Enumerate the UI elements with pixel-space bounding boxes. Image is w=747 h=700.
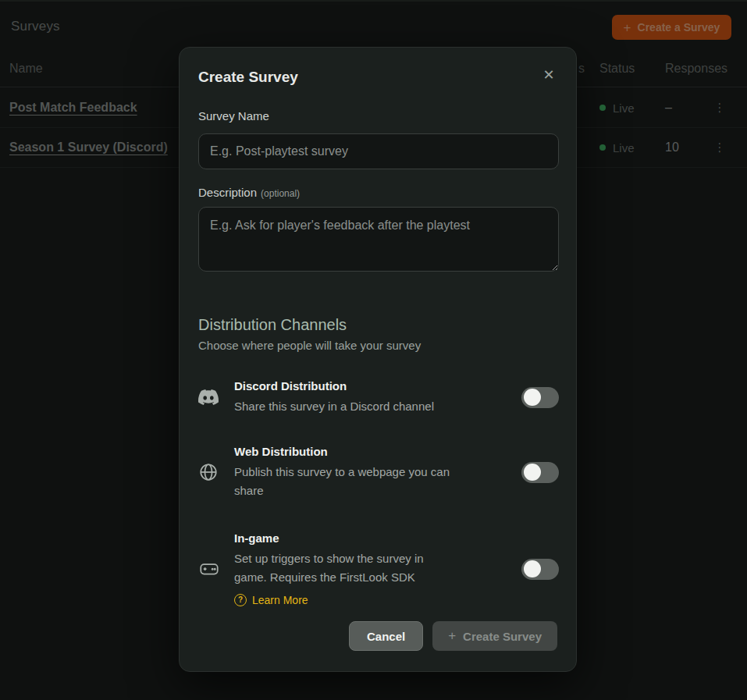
cancel-button[interactable]: Cancel [349, 621, 423, 651]
channel-title: Discord Distribution [234, 379, 521, 393]
question-circle-icon: ? [234, 594, 247, 606]
learn-more-link[interactable]: ? Learn More [234, 594, 308, 606]
web-toggle[interactable] [521, 462, 559, 483]
survey-name-input[interactable] [198, 133, 559, 169]
channel-row-discord: Discord Distribution Share this survey i… [198, 375, 559, 419]
discord-icon [198, 387, 234, 407]
discord-toggle[interactable] [521, 387, 559, 408]
description-label: Description(optional) [198, 186, 300, 199]
globe-icon [198, 462, 234, 482]
channel-title: Web Distribution [234, 445, 521, 458]
distribution-channels-heading: Distribution Channels [198, 316, 347, 334]
survey-name-label: Survey Name [198, 109, 269, 123]
toggle-knob [524, 464, 541, 481]
channel-description: Set up triggers to show the survey in ga… [234, 549, 450, 586]
channel-title: In-game [234, 531, 521, 545]
toggle-knob [524, 389, 541, 406]
description-label-text: Description [198, 186, 257, 199]
learn-more-label: Learn More [252, 594, 308, 606]
channel-description: Publish this survey to a webpage you can… [234, 463, 450, 499]
channel-row-ingame: In-game Set up triggers to show the surv… [198, 525, 559, 613]
close-icon: ✕ [542, 66, 554, 84]
create-survey-modal: Create Survey ✕ Survey Name Description(… [179, 47, 577, 672]
distribution-channels-subheading: Choose where people will take your surve… [198, 339, 421, 352]
close-button[interactable]: ✕ [539, 65, 559, 85]
channel-row-web: Web Distribution Publish this survey to … [198, 441, 559, 503]
create-survey-submit-label: Create Survey [463, 630, 542, 643]
modal-title: Create Survey [198, 69, 298, 86]
plus-icon: + [448, 628, 456, 644]
toggle-knob [524, 560, 541, 577]
modal-footer: Cancel + Create Survey [349, 621, 557, 651]
ingame-toggle[interactable] [521, 559, 559, 580]
create-survey-submit-button[interactable]: + Create Survey [432, 621, 557, 651]
channel-description: Share this survey in a Discord channel [234, 397, 450, 415]
optional-hint: (optional) [261, 188, 300, 199]
description-textarea[interactable] [198, 207, 559, 272]
gamepad-icon [198, 558, 234, 580]
